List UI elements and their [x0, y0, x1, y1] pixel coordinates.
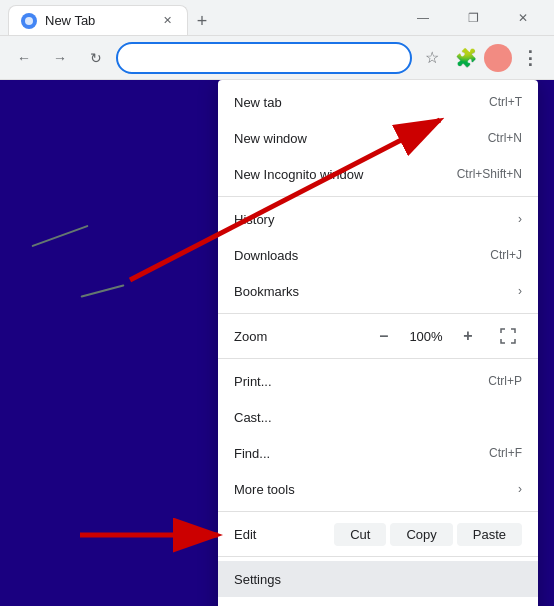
menu-item-print[interactable]: Print... Ctrl+P	[218, 363, 538, 399]
menu-button[interactable]: ⋮	[514, 42, 546, 74]
context-menu: New tab Ctrl+T New window Ctrl+N New Inc…	[218, 80, 538, 606]
divider-1	[218, 196, 538, 197]
title-bar: New Tab ✕ + — ❐ ✕	[0, 0, 554, 36]
tab-favicon	[21, 13, 37, 29]
extension-icon[interactable]: 🧩	[450, 42, 482, 74]
refresh-button[interactable]: ↻	[80, 42, 112, 74]
forward-button[interactable]: →	[44, 42, 76, 74]
navigation-bar: ← → ↻ ☆ 🧩 ⋮	[0, 36, 554, 80]
deco-line-1	[31, 225, 88, 247]
menu-item-more-tools[interactable]: More tools ›	[218, 471, 538, 507]
zoom-out-button[interactable]: –	[370, 322, 398, 350]
cut-button[interactable]: Cut	[334, 523, 386, 546]
menu-item-history[interactable]: History ›	[218, 201, 538, 237]
edit-row: Edit Cut Copy Paste	[218, 516, 538, 552]
nav-icons: ☆ 🧩 ⋮	[416, 42, 546, 74]
tab-title: New Tab	[45, 13, 95, 28]
active-tab[interactable]: New Tab ✕	[8, 5, 188, 35]
deco-line-2	[81, 284, 125, 298]
menu-item-bookmarks[interactable]: Bookmarks ›	[218, 273, 538, 309]
menu-item-find[interactable]: Find... Ctrl+F	[218, 435, 538, 471]
new-tab-button[interactable]: +	[188, 7, 216, 35]
zoom-controls: – 100% +	[370, 322, 522, 350]
menu-item-incognito[interactable]: New Incognito window Ctrl+Shift+N	[218, 156, 538, 192]
divider-4	[218, 511, 538, 512]
zoom-in-button[interactable]: +	[454, 322, 482, 350]
tab-area: New Tab ✕ +	[8, 0, 388, 35]
menu-item-cast[interactable]: Cast...	[218, 399, 538, 435]
divider-3	[218, 358, 538, 359]
window-controls: — ❐ ✕	[400, 0, 546, 36]
menu-item-new-tab[interactable]: New tab Ctrl+T	[218, 84, 538, 120]
paste-button[interactable]: Paste	[457, 523, 522, 546]
menu-item-settings[interactable]: Settings	[218, 561, 538, 597]
copy-button[interactable]: Copy	[390, 523, 452, 546]
profile-avatar[interactable]	[484, 44, 512, 72]
fullscreen-button[interactable]	[494, 322, 522, 350]
edit-actions: Cut Copy Paste	[334, 523, 522, 546]
minimize-button[interactable]: —	[400, 0, 446, 36]
tab-close-button[interactable]: ✕	[159, 13, 175, 29]
bookmark-icon[interactable]: ☆	[416, 42, 448, 74]
menu-item-downloads[interactable]: Downloads Ctrl+J	[218, 237, 538, 273]
svg-point-0	[25, 17, 33, 25]
address-bar[interactable]	[116, 42, 412, 74]
divider-5	[218, 556, 538, 557]
back-button[interactable]: ←	[8, 42, 40, 74]
page-content: New tab Ctrl+T New window Ctrl+N New Inc…	[0, 80, 554, 606]
close-window-button[interactable]: ✕	[500, 0, 546, 36]
maximize-button[interactable]: ❐	[450, 0, 496, 36]
menu-item-new-window[interactable]: New window Ctrl+N	[218, 120, 538, 156]
zoom-row: Zoom – 100% +	[218, 318, 538, 354]
divider-2	[218, 313, 538, 314]
menu-item-help[interactable]: Help ›	[218, 597, 538, 606]
